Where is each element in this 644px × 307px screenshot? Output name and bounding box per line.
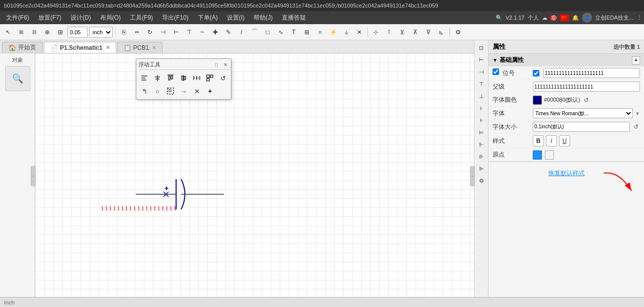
basic-section-header[interactable]: ▼ 基础属性 + <box>489 54 644 66</box>
tb-distribute[interactable]: ⊤ <box>183 26 195 38</box>
rt-btn-8[interactable]: ⊨ <box>476 127 487 138</box>
ft-circle[interactable]: ○ <box>151 85 164 97</box>
tb-zoom-in[interactable]: ⊕ <box>41 26 53 38</box>
ft-flip-h[interactable]: ↰ <box>138 85 150 97</box>
font-select[interactable]: Times New Roman(默... Arial SimSun <box>533 108 633 118</box>
origin-swatch[interactable] <box>533 150 542 160</box>
rt-btn-10[interactable]: ⊪ <box>476 151 487 162</box>
menu-place[interactable]: 放置(F7) <box>34 13 65 23</box>
grid-input[interactable] <box>67 27 88 38</box>
canvas-area[interactable]: + 1111111111111111111 浮动工具 □ ✕ <box>35 53 474 297</box>
search-area[interactable]: 🔍 <box>5 66 30 91</box>
refdes-checkbox[interactable] <box>493 68 499 75</box>
tb-rect[interactable]: □ <box>262 26 274 38</box>
tb-text[interactable]: T <box>288 26 300 38</box>
menu-design[interactable]: 设计(D) <box>66 13 95 23</box>
ft-close-btn[interactable]: ✕ <box>222 61 229 68</box>
rt-btn-12[interactable]: ⚙ <box>476 175 487 186</box>
tb-netlist[interactable]: ⊽ <box>422 26 434 38</box>
bold-btn[interactable]: B <box>533 135 544 146</box>
tb-rotate[interactable]: ↻ <box>144 26 156 38</box>
ft-rotate[interactable]: ↺ <box>217 72 229 84</box>
tb-gnd[interactable]: ⏚ <box>340 26 352 38</box>
tab-schematic1-close[interactable]: ✕ <box>106 45 110 50</box>
grid-input-group <box>67 27 88 38</box>
floating-toolbar: 浮动工具 □ ✕ <box>136 58 231 100</box>
tb-table[interactable]: ⊞ <box>54 26 66 38</box>
tb-line[interactable]: / <box>235 26 248 38</box>
ft-align-center-h[interactable] <box>151 72 164 84</box>
tb-flip[interactable]: ⊣ <box>157 26 169 38</box>
underline-btn[interactable]: U <box>559 135 570 146</box>
ft-arrow-right[interactable]: → <box>178 85 190 97</box>
rt-btn-6[interactable]: ⊦ <box>476 103 487 114</box>
tb-align[interactable]: ⊢ <box>170 26 182 38</box>
section-expand-btn[interactable]: + <box>632 56 640 64</box>
rt-btn-9[interactable]: ⊩ <box>476 139 487 150</box>
tab-pcb1-close[interactable]: ✕ <box>152 45 156 50</box>
menu-settings[interactable]: 设置(I) <box>223 13 249 23</box>
ft-star[interactable]: ✦ <box>204 85 216 97</box>
tb-mirror[interactable]: ⇔ <box>131 26 143 38</box>
tb-edit[interactable]: ✎ <box>222 26 234 38</box>
refdes-input[interactable] <box>543 68 640 78</box>
tb-copy[interactable]: ⎘ <box>118 26 130 38</box>
properties-title: 属性 <box>493 42 506 51</box>
ft-center-v[interactable] <box>178 72 190 84</box>
menu-simulate[interactable]: 下单(A) <box>194 13 222 23</box>
refdes-visible-checkbox[interactable] <box>533 70 539 76</box>
font-color-refresh[interactable]: ↺ <box>582 96 590 104</box>
tab-pcb1[interactable]: 📋 PCB1 ✕ <box>117 42 163 53</box>
ft-restore-btn[interactable]: □ <box>213 61 220 68</box>
prop-style-value: B I U <box>533 135 640 146</box>
bell-icon[interactable]: 🔔 <box>572 15 579 21</box>
tb-net[interactable]: ⌗ <box>314 26 326 38</box>
rt-btn-2[interactable]: ⊢ <box>476 54 487 65</box>
tb-zoom-fit[interactable]: ⊞ <box>15 26 27 38</box>
rt-btn-5[interactable]: ⊥ <box>476 91 487 102</box>
tb-arc[interactable]: ⌒ <box>249 26 261 38</box>
menu-help[interactable]: 帮助(J) <box>250 13 277 23</box>
parent-input[interactable] <box>533 82 640 92</box>
tb-power[interactable]: ⚡ <box>327 26 339 38</box>
ft-align-top[interactable] <box>165 72 177 84</box>
italic-btn[interactable]: I <box>546 135 557 146</box>
ft-distribute-h[interactable] <box>191 72 203 84</box>
tb-plus[interactable]: ✚ <box>209 26 221 38</box>
ft-group[interactable] <box>165 85 177 97</box>
rt-btn-1[interactable]: ⊡ <box>476 42 487 53</box>
tb-wire[interactable]: ～ <box>196 26 208 38</box>
font-color-swatch[interactable] <box>533 96 542 105</box>
tb-no-connect[interactable]: ✕ <box>353 26 365 38</box>
tb-measure[interactable]: ⊺ <box>383 26 395 38</box>
rt-btn-11[interactable]: ⊫ <box>476 163 487 174</box>
left-panel-collapse[interactable]: ‹ <box>31 166 36 186</box>
rt-btn-4[interactable]: ⊤ <box>476 79 487 90</box>
tb-bomexport[interactable]: ⊾ <box>435 26 447 38</box>
tb-select[interactable]: ↖ <box>2 26 14 38</box>
ft-align-left[interactable] <box>138 72 150 84</box>
menu-tools[interactable]: 工具(F9) <box>126 13 157 23</box>
rt-btn-7[interactable]: ⊧ <box>476 115 487 126</box>
tab-home[interactable]: 🏠 开始页 <box>2 42 43 53</box>
tb-settings[interactable]: ⚙ <box>452 26 464 38</box>
unit-select[interactable]: inch mil mm <box>89 27 113 38</box>
fontsize-refresh[interactable]: ↺ <box>632 123 640 131</box>
tb-zoom-select[interactable]: ⊟ <box>28 26 40 38</box>
ft-delete[interactable]: ✕ <box>191 85 203 97</box>
tb-bus[interactable]: ⊞ <box>301 26 313 38</box>
right-panel-collapse[interactable]: › <box>470 166 475 186</box>
tb-wave[interactable]: ∿ <box>275 26 287 38</box>
fontsize-input[interactable] <box>533 122 630 132</box>
menu-file[interactable]: 文件(F6) <box>2 13 33 23</box>
ft-grid-align[interactable] <box>204 72 216 84</box>
menu-livestream[interactable]: 直播答疑 <box>278 13 310 23</box>
tb-probe[interactable]: ⊹ <box>370 26 382 38</box>
menu-export[interactable]: 导出(F10) <box>158 13 193 23</box>
origin-empty-swatch[interactable] <box>545 150 554 160</box>
tb-drc[interactable]: ⊻ <box>396 26 408 38</box>
tb-annotate[interactable]: ⊼ <box>409 26 421 38</box>
menu-layout[interactable]: 布局(O) <box>96 13 125 23</box>
tab-schematic1[interactable]: 📄 P1.Schematic1 ✕ <box>44 42 116 53</box>
rt-btn-3[interactable]: ⊣ <box>476 66 487 78</box>
